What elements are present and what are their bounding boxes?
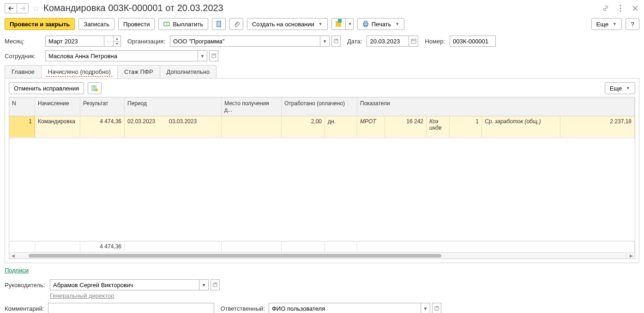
print-button[interactable]: Печать ▼: [357, 18, 405, 30]
cell-ind1-name: МРОТ: [357, 116, 385, 137]
sub-more-label: Еще: [610, 85, 622, 92]
open-icon: [213, 283, 217, 287]
footer-result-total: 4 474,36: [80, 241, 125, 252]
create-based-label: Создать на основании: [252, 21, 314, 28]
svg-rect-8: [364, 25, 367, 27]
columns-config-button[interactable]: [88, 82, 102, 94]
org-input[interactable]: [170, 36, 320, 47]
month-spinner[interactable]: ▲ ▼: [114, 36, 121, 47]
more-label: Еще: [596, 21, 608, 28]
post-button[interactable]: Провести: [118, 18, 155, 30]
tab-accrued-detail[interactable]: Начислено (подробно): [41, 65, 118, 78]
tab-extra[interactable]: Дополнительно: [160, 65, 217, 78]
more-button[interactable]: Еще ▼: [591, 18, 622, 30]
back-button[interactable]: [5, 3, 17, 13]
print-label: Печать: [372, 21, 391, 28]
col-indicators[interactable]: Показатели: [357, 97, 635, 116]
manager-position-link[interactable]: Генеральный директор: [50, 292, 114, 299]
tab-pfr[interactable]: Стаж ПФР: [117, 65, 160, 78]
horizontal-scrollbar[interactable]: ◀ ▶: [9, 252, 635, 259]
comment-input[interactable]: [48, 303, 214, 313]
col-accrual[interactable]: Начисление: [35, 97, 80, 116]
month-ellipsis-button[interactable]: ⋯: [104, 36, 114, 47]
form-row-1: Месяц: ⋯ ▲ ▼ Организация: ▼ Дата: Номер:: [0, 34, 644, 48]
cell-ind3-name: Ср. заработок (общ.): [482, 116, 560, 137]
pay-button-label: Выплатить: [173, 21, 203, 28]
cell-ind2-name: Коэ инде: [427, 116, 450, 137]
responsible-dropdown-button[interactable]: ▼: [421, 303, 430, 313]
svg-rect-14: [213, 283, 217, 287]
post-and-close-button[interactable]: Провести и закрыть: [5, 18, 75, 30]
open-icon: [334, 39, 338, 43]
chevron-down-icon: ▼: [348, 22, 352, 26]
save-button[interactable]: Записать: [78, 18, 114, 30]
scroll-right-icon[interactable]: ▶: [627, 253, 635, 258]
manager-input[interactable]: [50, 279, 199, 290]
cell-ind3-val: 2 237,18: [560, 116, 635, 137]
printer-icon: [362, 21, 369, 27]
table-columns-icon: [91, 85, 98, 91]
employee-open-button[interactable]: [209, 50, 218, 61]
forward-button[interactable]: [17, 3, 29, 13]
cancel-corrections-button[interactable]: Отменить исправления: [9, 82, 84, 94]
cell-n: 1: [9, 116, 35, 137]
manager-open-button[interactable]: [211, 279, 220, 290]
main-toolbar: Провести и закрыть Записать Провести Вып…: [0, 16, 644, 34]
spinner-up-icon[interactable]: ▲: [114, 36, 120, 42]
manager-dropdown-button[interactable]: ▼: [199, 279, 209, 290]
employee-dropdown-button[interactable]: ▼: [198, 50, 207, 61]
bottom-row: Комментарий: Ответственный: ▼: [0, 301, 644, 313]
copy-document-button[interactable]: [331, 18, 345, 30]
employee-input[interactable]: [45, 50, 198, 61]
copy-document-dropdown[interactable]: ▼: [345, 18, 354, 30]
svg-point-13: [96, 89, 98, 91]
help-button[interactable]: ?: [626, 18, 639, 30]
open-icon: [434, 306, 439, 311]
cell-period-from: 02.03.2023: [127, 118, 155, 135]
table-body: 1 Командировка 4 474,36 02.03.2023 03.03…: [9, 116, 635, 241]
spinner-down-icon[interactable]: ▼: [114, 42, 120, 47]
col-result[interactable]: Результат: [80, 97, 125, 116]
close-icon[interactable]: [631, 4, 639, 12]
scroll-left-icon[interactable]: ◀: [9, 253, 17, 258]
tab-main[interactable]: Главное: [5, 65, 42, 78]
chevron-down-icon: ▼: [626, 86, 630, 90]
kebab-menu-icon[interactable]: [616, 4, 625, 12]
pay-button[interactable]: Выплатить: [158, 18, 208, 30]
favorite-star-icon[interactable]: ☆: [31, 4, 41, 13]
number-input[interactable]: [450, 36, 496, 47]
org-dropdown-button[interactable]: ▼: [320, 36, 330, 47]
cell-accrual: Командировка: [35, 116, 80, 137]
org-open-button[interactable]: [331, 36, 341, 47]
cell-ind1-val: 16 242: [385, 116, 427, 137]
responsible-open-button[interactable]: [432, 303, 441, 313]
svg-point-0: [620, 5, 621, 6]
sub-more-button[interactable]: Еще ▼: [605, 82, 635, 94]
signatures-link[interactable]: Подписи: [5, 267, 29, 274]
manager-row: Руководитель: ▼: [0, 277, 644, 292]
col-place[interactable]: Место получения д...: [222, 97, 282, 116]
attach-button[interactable]: [229, 18, 243, 30]
col-period[interactable]: Период: [125, 97, 222, 116]
col-n[interactable]: N: [9, 97, 35, 116]
col-worked[interactable]: Отработано (оплачено): [282, 97, 357, 116]
svg-point-4: [166, 23, 168, 25]
comment-label: Комментарий:: [5, 305, 44, 312]
create-based-on-button[interactable]: Создать на основании ▼: [247, 18, 328, 30]
responsible-input[interactable]: [269, 303, 421, 313]
link-icon[interactable]: [602, 4, 610, 12]
table-row[interactable]: 1 Командировка 4 474,36 02.03.2023 03.03…: [9, 116, 635, 138]
scrollbar-thumb[interactable]: [29, 254, 441, 258]
calendar-icon: [411, 38, 416, 44]
page-title: Командировка 003К-000001 от 20.03.2023: [43, 3, 599, 13]
org-label: Организация:: [127, 38, 165, 45]
date-input[interactable]: [367, 36, 409, 47]
date-calendar-button[interactable]: [409, 36, 418, 47]
cell-worked-qty: 2,00: [282, 116, 325, 137]
employee-label: Сотрудник:: [5, 53, 41, 60]
svg-rect-15: [435, 307, 439, 310]
month-input[interactable]: [45, 36, 104, 47]
chevron-down-icon: ▼: [319, 22, 323, 26]
document-button[interactable]: [212, 18, 226, 30]
chevron-down-icon: ▼: [613, 22, 617, 26]
